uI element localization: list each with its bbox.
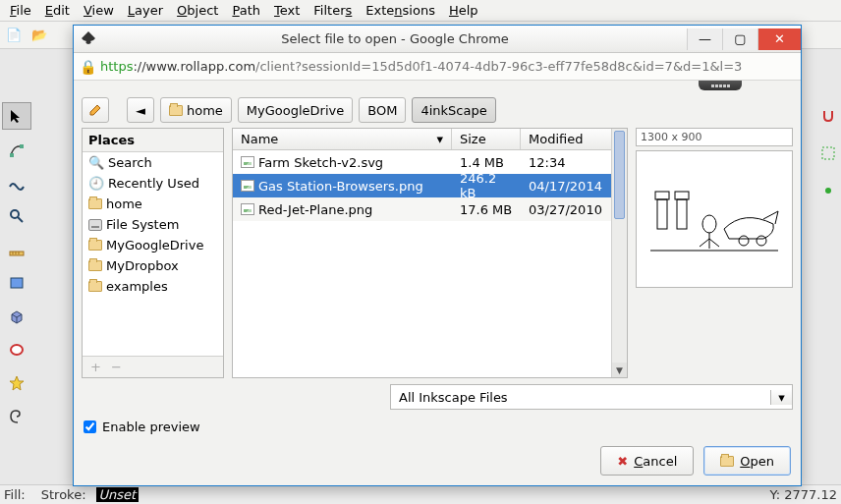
svg-rect-12 xyxy=(645,170,783,268)
dialog-body: Places 🔍Search 🕘Recently Used home File … xyxy=(74,128,801,378)
svg-rect-10 xyxy=(822,147,834,159)
path-home-button[interactable]: home xyxy=(160,97,232,123)
snap-icon[interactable] xyxy=(813,102,841,130)
titlebar[interactable]: Select file to open - Google Chrome — ▢ … xyxy=(74,26,801,53)
column-name[interactable]: Name xyxy=(241,132,278,146)
minimize-button[interactable]: — xyxy=(687,28,722,50)
tool-spiral[interactable] xyxy=(2,403,31,430)
menu-help[interactable]: Help xyxy=(443,1,484,20)
scrollbar[interactable]: ▼ xyxy=(611,129,627,377)
menu-edit[interactable]: Edit xyxy=(39,1,76,20)
svg-rect-1 xyxy=(20,144,24,148)
address-bar[interactable]: 🔒 https://www.rollapp.com/client?session… xyxy=(74,53,801,81)
column-size[interactable]: Size xyxy=(452,129,521,149)
edit-path-icon[interactable] xyxy=(82,97,109,123)
stroke-value: Unset xyxy=(96,487,140,502)
path-crumb-bom[interactable]: BOM xyxy=(359,97,406,123)
image-icon xyxy=(241,156,254,168)
app-menubar: FFileile Edit View Layer Object Path Tex… xyxy=(0,0,841,22)
menu-file[interactable]: FFileile xyxy=(4,1,37,20)
place-examples[interactable]: examples xyxy=(83,276,223,297)
status-bar: Fill: Stroke: Unset Y: 2777.12 xyxy=(0,484,841,504)
tool-measure[interactable] xyxy=(2,236,31,263)
lock-icon: 🔒 xyxy=(80,59,96,75)
menu-view[interactable]: View xyxy=(78,1,120,20)
tool-zoom[interactable] xyxy=(2,202,31,230)
maximize-button[interactable]: ▢ xyxy=(722,28,757,50)
path-crumb-4inkscape[interactable]: 4inkScape xyxy=(412,97,495,123)
cancel-button[interactable]: ✖ CCancelancel xyxy=(600,446,694,476)
chevron-down-icon[interactable]: ▾ xyxy=(770,390,792,405)
folder-icon xyxy=(88,281,102,292)
svg-rect-0 xyxy=(10,153,14,157)
tool-ellipse[interactable] xyxy=(2,336,31,364)
tool-rect[interactable] xyxy=(2,269,31,297)
places-panel: Places 🔍Search 🕘Recently Used home File … xyxy=(82,128,224,378)
recent-icon: 🕘 xyxy=(88,176,104,191)
svg-point-2 xyxy=(11,210,19,218)
svg-rect-4 xyxy=(10,252,24,255)
file-open-dialog: Select file to open - Google Chrome — ▢ … xyxy=(73,25,802,486)
place-mygoogledrive[interactable]: MyGoogleDrive xyxy=(83,235,223,255)
preview-toggle-row: Enable preview xyxy=(74,416,801,438)
path-crumb-mygoogledrive[interactable]: MyGoogleDrive xyxy=(238,97,353,123)
place-home[interactable]: home xyxy=(83,194,223,214)
image-icon xyxy=(241,203,254,215)
file-list-header[interactable]: Name▾ Size Modified xyxy=(233,129,611,150)
file-row[interactable]: Red-Jet-Plane.png 17.6 MB 03/27/2010 xyxy=(233,197,611,221)
preview-panel: 1300 x 900 xyxy=(636,128,793,378)
menu-filters[interactable]: Filters xyxy=(308,1,358,20)
disk-icon xyxy=(88,219,102,231)
place-mydropbox[interactable]: MyDropbox xyxy=(83,255,223,276)
preview-thumbnail xyxy=(636,150,793,288)
close-button[interactable]: ✕ xyxy=(757,28,801,50)
add-bookmark-icon[interactable]: + xyxy=(90,360,101,374)
dialog-buttons: ✖ CCancelancel OOpenpen xyxy=(74,438,801,485)
path-toolbar: ◄ home MyGoogleDrive BOM 4inkScape xyxy=(74,92,801,128)
place-filesystem[interactable]: File System xyxy=(83,214,223,235)
place-recent[interactable]: 🕘Recently Used xyxy=(83,173,223,194)
toolbox xyxy=(0,98,35,434)
dialog-title: Select file to open - Google Chrome xyxy=(103,31,687,46)
cancel-icon: ✖ xyxy=(617,454,628,469)
file-row[interactable]: Gas Station-Browsers.png 246.2 kB 04/17/… xyxy=(233,174,611,197)
file-row[interactable]: Farm Sketch-v2.svg 1.4 MB 12:34 xyxy=(233,150,611,174)
menu-layer[interactable]: Layer xyxy=(122,1,169,20)
url-text: https://www.rollapp.com/client?sessionId… xyxy=(100,59,742,74)
preview-dimensions: 1300 x 900 xyxy=(636,128,793,146)
filter-row: All Inkscape Files ▾ xyxy=(74,378,801,416)
chrome-grip xyxy=(74,81,801,92)
menu-extensions[interactable]: Extensions xyxy=(360,1,441,20)
open-doc-icon[interactable]: 📂 xyxy=(29,26,49,45)
svg-point-9 xyxy=(11,345,23,355)
image-icon xyxy=(241,180,254,192)
snap-bbox-icon[interactable] xyxy=(813,140,841,167)
places-header: Places xyxy=(83,129,223,152)
scroll-thumb[interactable] xyxy=(614,131,625,219)
svg-point-11 xyxy=(825,188,831,194)
open-button[interactable]: OOpenpen xyxy=(703,446,791,476)
scroll-down-icon[interactable]: ▼ xyxy=(612,363,627,377)
svg-line-3 xyxy=(18,217,23,222)
enable-preview-checkbox[interactable] xyxy=(84,420,96,433)
column-modified[interactable]: Modified xyxy=(521,129,611,149)
tool-selector[interactable] xyxy=(2,102,31,130)
file-type-filter[interactable]: All Inkscape Files ▾ xyxy=(390,384,793,410)
snap-node-icon[interactable] xyxy=(813,177,841,204)
place-search[interactable]: 🔍Search xyxy=(83,152,223,173)
tool-tweak[interactable] xyxy=(2,169,31,196)
folder-icon xyxy=(88,198,102,209)
tool-star[interactable] xyxy=(2,369,31,397)
snap-toolbar xyxy=(812,98,841,208)
menu-text[interactable]: Text xyxy=(268,1,306,20)
menu-path[interactable]: Path xyxy=(226,1,266,20)
tool-node[interactable] xyxy=(2,136,31,163)
tool-3dbox[interactable] xyxy=(2,303,31,330)
folder-open-icon xyxy=(720,456,734,467)
menu-object[interactable]: Object xyxy=(171,1,224,20)
folder-icon xyxy=(88,260,102,271)
coord-label: Y: 2777.12 xyxy=(770,487,838,502)
path-back-button[interactable]: ◄ xyxy=(127,97,154,123)
new-doc-icon[interactable]: 📄 xyxy=(4,26,24,45)
remove-bookmark-icon[interactable]: − xyxy=(111,360,122,374)
